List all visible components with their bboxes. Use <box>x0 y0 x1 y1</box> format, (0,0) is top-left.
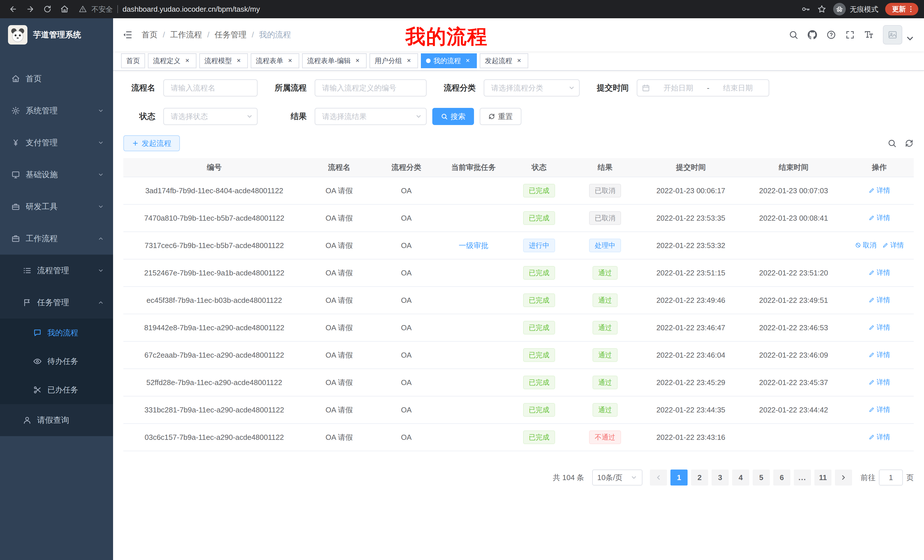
tab-close-icon[interactable]: × <box>464 57 472 65</box>
detail-link[interactable]: 详情 <box>882 241 904 250</box>
result-select[interactable] <box>315 108 427 125</box>
detail-link[interactable]: 详情 <box>868 350 890 359</box>
detail-label: 详情 <box>877 323 890 332</box>
detail-link[interactable]: 详情 <box>868 268 890 277</box>
tab-user-group[interactable]: 用户分组× <box>369 53 418 68</box>
cell-category: OA <box>373 369 440 396</box>
sidebar-item-home[interactable]: 首页 <box>0 63 113 95</box>
browser-back-icon[interactable] <box>6 2 21 16</box>
fullscreen-icon[interactable] <box>845 30 855 40</box>
sidebar-item-task-mgmt[interactable]: 任务管理 <box>0 287 113 319</box>
goto-page-input[interactable] <box>879 470 903 485</box>
tab-close-icon[interactable]: × <box>235 57 243 65</box>
tab-process-definition[interactable]: 流程定义× <box>148 53 196 68</box>
process-definition-input[interactable] <box>315 79 427 96</box>
sidebar-item-infrastructure[interactable]: 基础设施 <box>0 159 113 191</box>
tab-my-process[interactable]: 我的流程× <box>421 53 477 68</box>
breadcrumb-item[interactable]: 首页 <box>142 29 158 40</box>
prev-page-button[interactable] <box>650 470 667 485</box>
tab-label: 首页 <box>126 56 140 65</box>
cell-result: 已取消 <box>571 177 640 204</box>
key-icon[interactable] <box>801 4 810 14</box>
pagination-page[interactable]: 1 <box>670 470 688 485</box>
current-task-link[interactable]: 一级审批 <box>459 241 488 250</box>
sidebar-item-label: 已办任务 <box>47 385 78 395</box>
browser-forward-icon[interactable] <box>23 2 38 16</box>
sidebar-item-my-process[interactable]: 我的流程 <box>0 319 113 347</box>
tab-close-icon[interactable]: × <box>515 57 523 65</box>
hamburger-icon[interactable] <box>122 30 132 40</box>
process-name-input[interactable] <box>164 79 258 96</box>
pagination-page[interactable]: 5 <box>753 470 770 485</box>
detail-link[interactable]: 详情 <box>868 186 890 195</box>
url-text[interactable]: dashboard.yudao.iocoder.cn/bpm/task/my <box>123 5 260 14</box>
address-bar[interactable]: 不安全 dashboard.yudao.iocoder.cn/bpm/task/… <box>79 4 792 14</box>
cancel-link[interactable]: 取消 <box>855 241 877 250</box>
tab-close-icon[interactable]: × <box>183 57 191 65</box>
reset-button[interactable]: 重置 <box>480 108 521 125</box>
sidebar-item-todo-task[interactable]: 待办任务 <box>0 347 113 376</box>
start-process-button[interactable]: 发起流程 <box>123 135 180 151</box>
field-label: 流程分类 <box>442 82 476 93</box>
next-page-button[interactable] <box>835 470 852 485</box>
pagination-page[interactable]: 2 <box>691 470 708 485</box>
sidebar-item-workflow[interactable]: 工作流程 <box>0 223 113 255</box>
github-icon[interactable] <box>807 30 817 40</box>
category-select[interactable] <box>484 79 580 96</box>
tab-close-icon[interactable]: × <box>286 57 294 65</box>
tab-label: 流程表单-编辑 <box>307 56 351 65</box>
cell-status: 已完成 <box>507 177 570 204</box>
tab-close-icon[interactable]: × <box>354 57 362 65</box>
breadcrumb-item[interactable]: 任务管理 <box>215 29 247 40</box>
pagination-page[interactable]: 11 <box>814 470 831 485</box>
pagination-page[interactable]: 3 <box>711 470 729 485</box>
sidebar-item-system-mgmt[interactable]: 系统管理 <box>0 95 113 127</box>
status-badge: 已完成 <box>523 211 555 225</box>
sidebar-item-done-task[interactable]: 已办任务 <box>0 376 113 404</box>
bookmark-star-icon[interactable] <box>817 4 826 14</box>
cell-category: OA <box>373 177 440 204</box>
pagination-more[interactable]: ... <box>794 470 811 485</box>
tab-close-icon[interactable]: × <box>405 57 413 65</box>
page-size-select[interactable]: 10条/页 <box>592 470 642 485</box>
sidebar-item-leave-query[interactable]: 请假查询 <box>0 404 113 436</box>
cell-id: 67c2eaab-7b9a-11ec-a290-acde48001122 <box>123 341 305 369</box>
detail-link[interactable]: 详情 <box>868 295 890 304</box>
detail-link[interactable]: 详情 <box>868 433 890 442</box>
browser-menu-dots-icon[interactable] <box>907 5 915 13</box>
tab-process-form-edit[interactable]: 流程表单-编辑× <box>302 53 367 68</box>
detail-link[interactable]: 详情 <box>868 323 890 332</box>
app-logo-row[interactable]: 芋道管理系统 <box>0 18 113 51</box>
date-range-picker[interactable]: 开始日期 - 结束日期 <box>637 79 769 96</box>
help-icon[interactable] <box>826 30 836 40</box>
tab-process-form[interactable]: 流程表单× <box>251 53 299 68</box>
breadcrumb-item[interactable]: 工作流程 <box>170 29 202 40</box>
pagination-page[interactable]: 6 <box>773 470 790 485</box>
detail-link[interactable]: 详情 <box>868 213 890 222</box>
search-button[interactable]: 搜索 <box>432 108 474 125</box>
hide-search-icon[interactable] <box>888 139 897 148</box>
search-icon[interactable] <box>789 30 798 40</box>
sidebar-item-payment-mgmt[interactable]: 支付管理 <box>0 127 113 159</box>
browser-reload-icon[interactable] <box>40 2 55 16</box>
update-button[interactable]: 更新 <box>885 3 918 15</box>
tab-home[interactable]: 首页 <box>121 53 145 68</box>
detail-link[interactable]: 详情 <box>868 405 890 414</box>
sidebar-item-process-mgmt[interactable]: 流程管理 <box>0 255 113 287</box>
user-menu[interactable] <box>883 25 915 45</box>
cell-end-time <box>742 232 845 259</box>
field-label: 结果 <box>273 111 307 122</box>
avatar[interactable] <box>883 25 902 45</box>
font-size-icon[interactable] <box>864 30 874 40</box>
cell-current-task <box>440 341 507 369</box>
detail-link[interactable]: 详情 <box>868 377 890 387</box>
refresh-table-icon[interactable] <box>904 139 914 148</box>
browser-home-icon[interactable] <box>57 2 72 16</box>
sidebar-item-dev-tools[interactable]: 研发工具 <box>0 191 113 223</box>
pagination-page[interactable]: 4 <box>732 470 749 485</box>
column-header: 状态 <box>507 158 570 177</box>
tab-start-process[interactable]: 发起流程× <box>480 53 528 68</box>
status-select[interactable] <box>164 108 258 125</box>
tab-process-model[interactable]: 流程模型× <box>199 53 248 68</box>
table-row: ec45f38f-7b9a-11ec-b03b-acde48001122OA 请… <box>123 287 914 314</box>
